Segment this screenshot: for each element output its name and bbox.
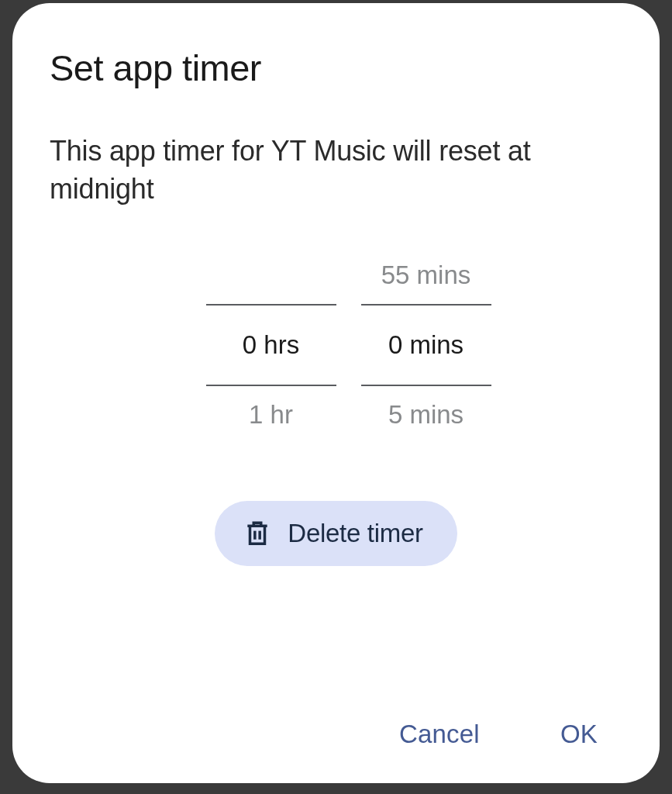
hours-next: 1 hr (206, 391, 336, 439)
hours-picker[interactable]: 0 hrs 1 hr (206, 251, 336, 439)
dialog-title: Set app timer (50, 47, 622, 89)
time-picker: 0 hrs 1 hr 55 mins 0 mins 5 mins (50, 251, 622, 439)
minutes-picker[interactable]: 55 mins 0 mins 5 mins (361, 251, 491, 439)
cancel-button[interactable]: Cancel (396, 713, 483, 755)
dialog-description: This app timer for YT Music will reset a… (50, 133, 622, 208)
trash-icon (243, 518, 272, 549)
dialog-actions: Cancel OK (50, 713, 622, 755)
delete-timer-label: Delete timer (288, 519, 422, 548)
ok-button[interactable]: OK (557, 713, 601, 755)
delete-timer-button[interactable]: Delete timer (215, 501, 457, 566)
app-timer-dialog: Set app timer This app timer for YT Musi… (12, 3, 660, 783)
minutes-selected: 0 mins (361, 304, 491, 386)
hours-prev (206, 251, 336, 299)
minutes-prev: 55 mins (361, 251, 491, 299)
minutes-next: 5 mins (361, 391, 491, 439)
hours-selected: 0 hrs (206, 304, 336, 386)
